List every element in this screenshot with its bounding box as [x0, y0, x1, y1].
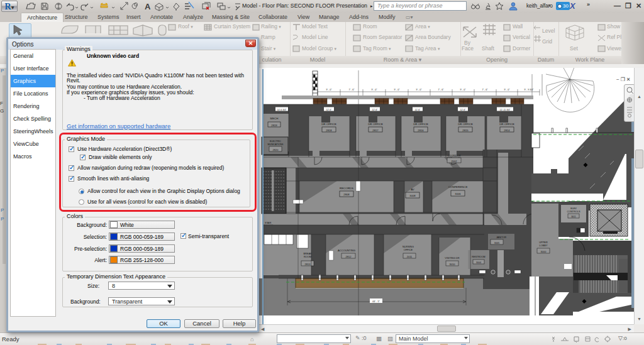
svg-text:9' - 0": 9' - 0": [460, 89, 466, 91]
svg-text:2815: 2815: [462, 129, 469, 132]
svg-text:2819: 2819: [271, 124, 277, 127]
svg-text:12'-6": 12'-6": [460, 109, 466, 111]
svg-text:ACCOUNTING: ACCOUNTING: [338, 249, 355, 252]
svg-text:3010: 3010: [450, 263, 456, 266]
svg-text:3006: 3006: [455, 192, 461, 195]
svg-text:2813: 2813: [305, 263, 311, 266]
svg-text:9' - 0": 9' - 0": [504, 89, 510, 91]
svg-text:DR OFFICE: DR OFFICE: [413, 123, 428, 126]
svg-text:12'-11 3/4": 12'-11 3/4": [500, 109, 511, 111]
svg-text:2002: 2002: [452, 160, 458, 163]
svg-text:44' - 5": 44' - 5": [372, 300, 380, 303]
svg-text:9' - 0": 9' - 0": [394, 89, 400, 91]
svg-text:DR OFFICE: DR OFFICE: [499, 123, 514, 126]
svg-text:CONFERENCE: CONFERENCE: [448, 185, 468, 189]
svg-text:ELECTRIC: ELECTRIC: [270, 140, 281, 143]
svg-text:9' - 0": 9' - 0": [371, 89, 377, 91]
svg-text:3005: 3005: [494, 242, 499, 244]
svg-text:2814: 2814: [504, 129, 510, 132]
svg-text:7' - 6": 7' - 6": [348, 89, 355, 91]
svg-text:STAIR: STAIR: [265, 222, 272, 224]
svg-text:AV: AV: [411, 188, 414, 191]
svg-text:3004: 3004: [476, 261, 481, 264]
svg-text:JANITOR: JANITOR: [496, 236, 506, 239]
svg-text:2808: 2808: [343, 193, 350, 196]
svg-text:2812: 2812: [346, 255, 352, 258]
svg-text:3000: 3000: [541, 250, 547, 253]
svg-text:DR OFFICE: DR OFFICE: [368, 123, 383, 126]
svg-text:VISITING DR: VISITING DR: [445, 256, 460, 260]
svg-text:COORIDOR: COORIDOR: [448, 155, 461, 157]
svg-text:MUNICATIONS: MUNICATIONS: [268, 143, 284, 146]
svg-text:9' - 0": 9' - 0": [326, 89, 332, 91]
svg-text:14'-6 3/4": 14'-6 3/4": [277, 109, 287, 111]
svg-text:7' - 6": 7' - 6": [482, 89, 488, 91]
svg-text:9' - 9 3/4": 9' - 9 3/4": [524, 89, 534, 91]
svg-text:12'-6": 12'-6": [372, 109, 378, 111]
svg-text:3011: 3011: [571, 216, 576, 218]
svg-text:ELEV: ELEV: [570, 207, 577, 210]
svg-text:DR OFFICE: DR OFFICE: [458, 123, 473, 126]
svg-text:LOBBY: LOBBY: [540, 244, 548, 247]
svg-text:2011: 2011: [407, 255, 413, 258]
svg-text:RESTROOM: RESTROOM: [472, 256, 485, 258]
svg-text:9' - 0": 9' - 0": [416, 89, 422, 91]
svg-text:7' - 6": 7' - 6": [438, 89, 444, 91]
svg-text:ROOM: ROOM: [304, 255, 311, 258]
svg-text:2817: 2817: [372, 129, 379, 132]
svg-text:CONTROLS: CONTROLS: [567, 211, 580, 213]
svg-text:3008: 3008: [409, 194, 416, 197]
svg-text:2818: 2818: [326, 129, 332, 132]
svg-text:OFFICE: OFFICE: [404, 248, 413, 251]
svg-text:2820: 2820: [273, 148, 279, 151]
svg-text:RECORDS: RECORDS: [340, 187, 353, 190]
svg-text:A: A: [145, 2, 151, 11]
svg-text:12'-6": 12'-6": [326, 109, 332, 111]
svg-text:12'-6": 12'-6": [414, 109, 421, 111]
svg-text:DR OFFICE: DR OFFICE: [321, 123, 336, 126]
svg-text:2816: 2816: [418, 129, 424, 132]
svg-text:MECH: MECH: [270, 117, 279, 120]
